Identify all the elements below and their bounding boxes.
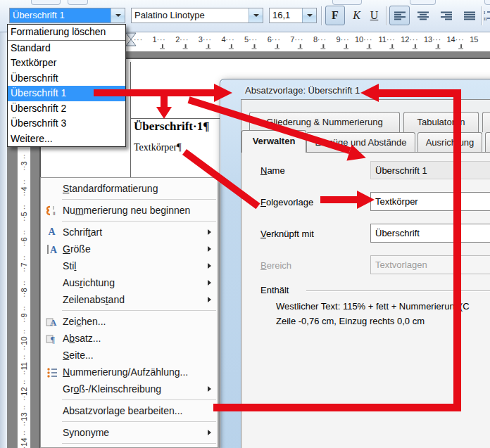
submenu-arrow-icon: [208, 229, 211, 235]
svg-text:A: A: [50, 317, 57, 327]
contains-line-2: Zeile -0,76 cm, Einzug rechts 0,0 cm: [276, 316, 425, 326]
svg-text:I: I: [53, 205, 54, 210]
name-field: Überschrift 1: [370, 161, 490, 179]
menu-item-groesse[interactable]: A Größe: [41, 241, 218, 257]
menu-item-zeilenabstand[interactable]: Zeilenabstand: [41, 291, 218, 308]
align-center-button[interactable]: [413, 6, 433, 25]
tab-verwalten[interactable]: Verwalten: [241, 130, 306, 153]
partial-button-top: [68, 0, 88, 5]
style-combobox-value: Überschrift 1: [10, 8, 111, 23]
restart-numbering-icon: III: [45, 205, 59, 216]
paragraph-icon: ¶: [46, 333, 58, 344]
menu-item-zeichen[interactable]: A Zeichen...: [41, 313, 218, 330]
document-body-text[interactable]: Textkörper¶: [134, 142, 182, 153]
submenu-arrow-icon: [208, 386, 211, 392]
align-left-button[interactable]: [389, 6, 410, 25]
folgevorlage-combobox[interactable]: Textkörper: [370, 192, 490, 211]
chevron-down-icon: [307, 14, 313, 17]
tab-partial[interactable]: [485, 132, 490, 152]
document-heading-text[interactable]: Überschrift·1¶: [134, 120, 209, 134]
align-justify-button[interactable]: [459, 6, 479, 25]
window-edge-strip: [0, 32, 7, 448]
menu-item-stil[interactable]: Stil: [41, 257, 218, 274]
align-left-icon: [394, 11, 406, 20]
font-size-value: 16,1: [270, 8, 302, 23]
submenu-arrow-icon: [208, 280, 211, 286]
italic-button[interactable]: K: [348, 6, 365, 25]
verknuepft-mit-label: Verknüpft mit: [260, 229, 314, 239]
style-list-item-selected[interactable]: Überschrift 1: [8, 86, 125, 101]
svg-text:A: A: [50, 245, 58, 255]
partial-button-top: [31, 0, 61, 5]
align-justify-icon: [463, 11, 476, 20]
menu-item-nummerierung-neu-beginnen[interactable]: III Nummerierung neu beginnen: [41, 202, 218, 219]
menu-item-standardformatierung[interactable]: Standardformatierung: [41, 180, 218, 197]
enthaelt-group-label: Enthält: [260, 285, 289, 295]
partial-button-top: [410, 0, 436, 5]
font-name-dropdown-button[interactable]: [249, 8, 263, 23]
toolbar-separator: [386, 6, 387, 25]
menu-item-nummerierung-aufzaehlung[interactable]: Nummerierung/Aufzählung...: [41, 364, 218, 380]
bereich-combobox: Textvorlagen: [370, 255, 490, 274]
tab-ausrichtung[interactable]: Ausrichtung: [417, 132, 482, 152]
menu-item-ausrichtung[interactable]: Ausrichtung: [41, 274, 218, 291]
paragraph-style-combobox[interactable]: Überschrift 1: [9, 8, 125, 23]
verknuepft-mit-combobox[interactable]: Überschrift: [370, 224, 490, 243]
style-list-item[interactable]: Textkörper: [8, 56, 125, 71]
partial-button-top: [332, 0, 362, 5]
indent-marker-icon[interactable]: [125, 32, 137, 48]
menu-separator: [62, 421, 216, 422]
style-list-item[interactable]: Formatierung löschen: [8, 25, 125, 41]
tab-gliederung-nummerierung[interactable]: Gliederung & Nummerierung: [249, 112, 400, 132]
numbered-list-icon: III: [484, 9, 490, 22]
menu-separator: [62, 199, 216, 200]
font-size-dropdown-button[interactable]: [302, 8, 316, 23]
text-boundary-top: [130, 118, 220, 119]
toolbar-separator: [482, 6, 482, 25]
dialog-title: Absatzvorlage: Überschrift 1: [245, 85, 360, 96]
numbering-icon: [46, 367, 58, 378]
bold-button[interactable]: F: [325, 6, 345, 25]
menu-separator: [62, 221, 216, 222]
style-list-item[interactable]: Standard: [8, 41, 125, 56]
align-right-icon: [440, 11, 453, 20]
context-menu: Standardformatierung III Nummerierung ne…: [40, 177, 218, 448]
contains-line-1: Westlicher Text: 115% + fett + Nummerier…: [276, 301, 470, 312]
font-size-combobox[interactable]: 16,1: [269, 8, 317, 23]
style-list-item[interactable]: Überschrift: [8, 71, 125, 87]
font-icon: A: [41, 226, 63, 238]
toolbar-separator: [321, 6, 322, 25]
svg-text:II: II: [53, 211, 56, 216]
chevron-down-icon: [115, 14, 121, 17]
align-right-button[interactable]: [436, 6, 456, 25]
text-boundary-left: [130, 62, 131, 177]
font-name-combobox[interactable]: Palatino Linotype: [131, 8, 263, 23]
character-icon: A: [46, 316, 58, 327]
menu-item-schriftart[interactable]: A Schriftart: [41, 224, 218, 241]
submenu-arrow-icon: [208, 263, 211, 269]
submenu-arrow-icon: [208, 246, 211, 252]
name-label: Name: [260, 165, 285, 176]
submenu-arrow-icon: [208, 430, 211, 435]
svg-text:II: II: [484, 16, 487, 22]
tab-tabulatoren[interactable]: Tabulatoren: [403, 112, 479, 132]
folgevorlage-label: Folgevorlage: [260, 197, 313, 207]
underline-button[interactable]: U: [365, 6, 383, 25]
svg-text:¶: ¶: [51, 334, 55, 344]
menu-item-absatz[interactable]: ¶ Absatz...: [41, 330, 218, 347]
style-combobox-dropdown-button[interactable]: [111, 8, 125, 23]
style-dropdown-list: Formatierung löschen Standard Textkörper…: [7, 24, 126, 147]
style-list-item[interactable]: Überschrift 2: [8, 101, 125, 117]
tab-stop-marks: [151, 44, 475, 49]
style-list-item[interactable]: Überschrift 3: [8, 116, 125, 132]
menu-item-absatzvorlage-bearbeiten[interactable]: Absatzvorlage bearbeiten...: [41, 402, 218, 419]
menu-item-gross-kleinschreibung[interactable]: Groß-/Kleinschreibung: [41, 380, 218, 397]
style-list-item[interactable]: Weitere...: [8, 132, 125, 147]
align-center-icon: [417, 11, 429, 20]
tab-partial[interactable]: [482, 112, 490, 132]
submenu-arrow-icon: [208, 297, 211, 302]
tab-einzuege-abstaende[interactable]: Einzüge und Abstände: [306, 132, 415, 152]
menu-item-seite[interactable]: Seite...: [41, 347, 218, 364]
menu-item-synonyme[interactable]: Synonyme: [41, 424, 218, 441]
numbered-list-button[interactable]: III: [484, 6, 490, 25]
